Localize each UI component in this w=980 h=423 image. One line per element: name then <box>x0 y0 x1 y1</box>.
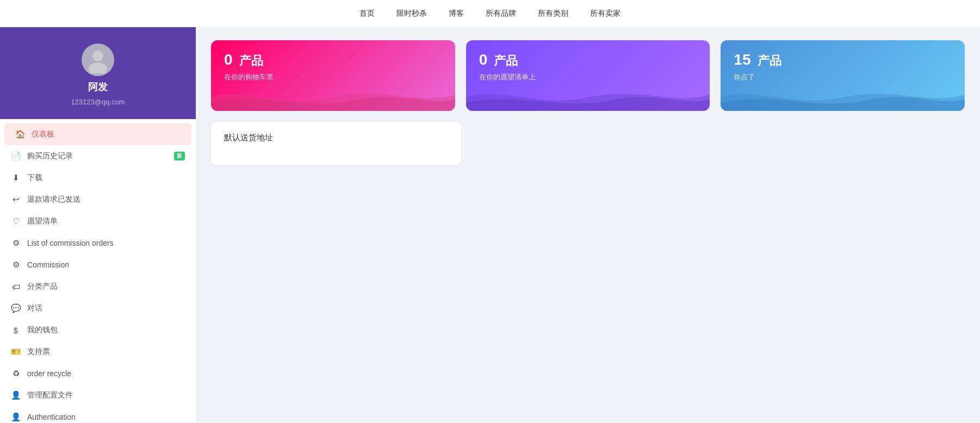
sidebar-item-label-classified-products: 分类产品 <box>27 282 58 291</box>
stat-number-0: 0 <box>224 51 233 68</box>
wave-decoration-1 <box>466 81 710 111</box>
sidebar-item-classified-products[interactable]: 🏷分类产品 <box>0 276 196 297</box>
sidebar-item-label-commission: Commission <box>27 260 69 269</box>
settings2-icon: ⚙ <box>11 260 21 270</box>
sidebar-item-label-support: 支持票 <box>27 347 50 357</box>
topnav-item-sellers[interactable]: 所有卖家 <box>590 9 621 18</box>
stat-card-purple: 0 产品在你的愿望清单上 <box>466 40 710 111</box>
sidebar-item-label-authentication: Authentication <box>27 413 76 421</box>
main-content: 0 产品在你的购物车里 0 产品在你的愿望清单上 15 产品你点了 默认送货地址 <box>196 27 980 423</box>
svg-point-1 <box>89 63 107 73</box>
sidebar-item-label-wishlist: 愿望清单 <box>27 216 58 226</box>
topnav-item-home[interactable]: 首页 <box>359 9 375 18</box>
stat-label-1: 产品 <box>491 54 518 67</box>
settings-icon: ⚙ <box>11 238 21 248</box>
sidebar-item-label-commission-orders: List of commission orders <box>27 239 114 247</box>
avatar <box>82 43 114 76</box>
sidebar-item-support[interactable]: 🎫支持票 <box>0 341 196 363</box>
profile-email: 123123@qq.com <box>71 98 125 106</box>
stat-card-pink: 0 产品在你的购物车里 <box>211 40 455 111</box>
chat-icon: 💬 <box>11 303 21 313</box>
stat-cards: 0 产品在你的购物车里 0 产品在你的愿望清单上 15 产品你点了 <box>211 40 965 111</box>
profile-name: 阿发 <box>88 80 108 94</box>
sidebar: 阿发 123123@qq.com 🏠仪表板📄购买历史记录新⬇下载↩退款请求已发送… <box>0 27 196 423</box>
user-auth-icon: 👤 <box>11 412 21 422</box>
stat-number-1: 0 <box>479 51 488 68</box>
sidebar-item-label-downloads: 下载 <box>27 173 42 183</box>
sidebar-item-label-dashboard: 仪表板 <box>32 129 54 139</box>
sidebar-item-dashboard[interactable]: 🏠仪表板 <box>4 123 191 145</box>
sidebar-profile: 阿发 123123@qq.com <box>0 27 196 119</box>
sidebar-item-label-manage-profile: 管理配置文件 <box>27 390 73 400</box>
top-navigation: 首页限时秒杀博客所有品牌所有类别所有卖家 <box>0 0 980 27</box>
wave-decoration-2 <box>721 81 965 111</box>
sidebar-item-commission-orders[interactable]: ⚙List of commission orders <box>0 232 196 254</box>
dollar-icon: $ <box>11 325 21 335</box>
sidebar-item-commission[interactable]: ⚙Commission <box>0 254 196 276</box>
topnav-item-categories[interactable]: 所有类别 <box>538 9 568 18</box>
sidebar-item-wishlist[interactable]: ♡愿望清单 <box>0 210 196 232</box>
home-icon: 🏠 <box>15 129 25 139</box>
file-icon: 📄 <box>11 151 21 161</box>
sidebar-item-label-purchase-history: 购买历史记录 <box>27 151 73 161</box>
sidebar-item-label-order-recycle: order recycle <box>27 369 71 378</box>
sidebar-item-wallet[interactable]: $我的钱包 <box>0 319 196 341</box>
sidebar-item-order-recycle[interactable]: ♻order recycle <box>0 363 196 384</box>
user-manage-icon: 👤 <box>11 390 21 400</box>
topnav-item-blog[interactable]: 博客 <box>449 9 464 18</box>
stat-number-2: 15 <box>734 51 750 68</box>
sidebar-item-label-conversation: 对话 <box>27 303 42 313</box>
support-icon: 🎫 <box>11 347 21 357</box>
sidebar-item-manage-profile[interactable]: 👤管理配置文件 <box>0 384 196 406</box>
stat-label-2: 产品 <box>754 54 781 67</box>
sidebar-item-refund[interactable]: ↩退款请求已发送 <box>0 189 196 210</box>
wave-decoration-0 <box>211 81 455 111</box>
sidebar-item-downloads[interactable]: ⬇下载 <box>0 167 196 189</box>
stat-label-0: 产品 <box>236 54 263 67</box>
address-title: 默认送货地址 <box>224 133 448 143</box>
sidebar-item-purchase-history[interactable]: 📄购买历史记录新 <box>0 145 196 167</box>
stat-card-blue: 15 产品你点了 <box>721 40 965 111</box>
sidebar-nav: 🏠仪表板📄购买历史记录新⬇下载↩退款请求已发送♡愿望清单⚙List of com… <box>0 119 196 423</box>
sidebar-item-label-refund: 退款请求已发送 <box>27 195 80 204</box>
sidebar-item-label-wallet: 我的钱包 <box>27 325 58 335</box>
sidebar-item-conversation[interactable]: 💬对话 <box>0 297 196 319</box>
download-icon: ⬇ <box>11 173 21 183</box>
refund-icon: ↩ <box>11 195 21 204</box>
address-card: 默认送货地址 <box>211 122 461 165</box>
svg-point-0 <box>92 51 103 61</box>
recycle-icon: ♻ <box>11 369 21 378</box>
heart-icon: ♡ <box>11 216 21 226</box>
tag-icon: 🏷 <box>11 282 21 291</box>
topnav-item-flash-sale[interactable]: 限时秒杀 <box>396 9 427 18</box>
topnav-item-brands[interactable]: 所有品牌 <box>486 9 516 18</box>
nav-badge-purchase-history: 新 <box>174 152 185 160</box>
sidebar-item-authentication[interactable]: 👤Authentication <box>0 406 196 423</box>
